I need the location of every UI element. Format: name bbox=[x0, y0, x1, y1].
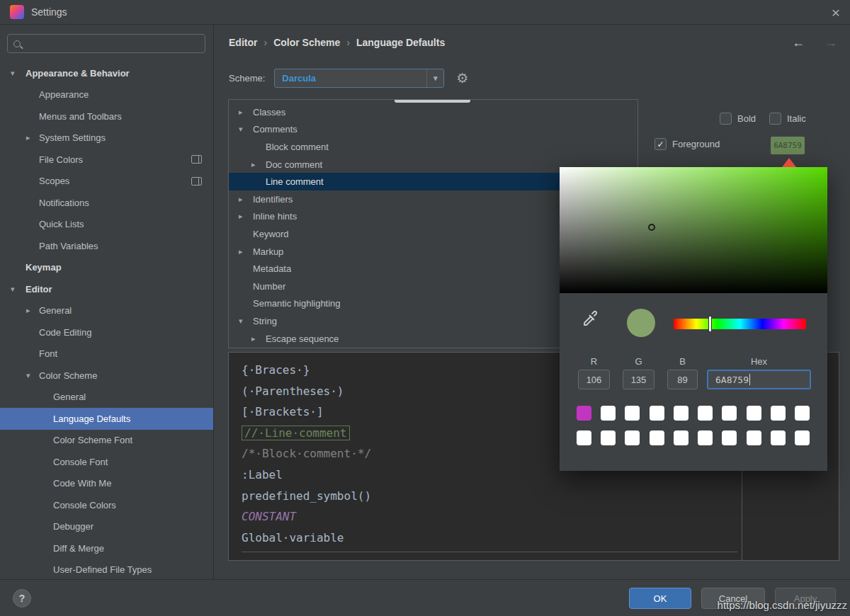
sidebar-item-code-with-me[interactable]: Code With Me bbox=[0, 473, 213, 495]
chevron-down-icon[interactable]: ▾ bbox=[11, 285, 15, 294]
b-input[interactable]: 89 bbox=[667, 370, 698, 389]
preview-line[interactable]: CONSTANT bbox=[242, 506, 839, 527]
chevron-right-icon[interactable]: ▸ bbox=[239, 195, 243, 204]
sidebar-item-language-defaults[interactable]: Language Defaults bbox=[0, 408, 213, 430]
foreground-color-swatch[interactable]: 6A8759 bbox=[771, 137, 805, 154]
palette-swatch[interactable] bbox=[625, 406, 640, 421]
chevron-right-icon[interactable]: ▸ bbox=[239, 247, 243, 256]
chevron-right-icon[interactable]: ▸ bbox=[239, 108, 243, 117]
hue-slider[interactable] bbox=[674, 319, 806, 329]
sidebar-item-debugger[interactable]: Debugger bbox=[0, 516, 213, 538]
chevron-down-icon[interactable]: ▾ bbox=[26, 371, 30, 380]
sidebar-item-system-settings[interactable]: ▸System Settings bbox=[0, 127, 213, 149]
chevron-down-icon[interactable]: ▾ bbox=[11, 69, 15, 78]
tree-item-block-comment[interactable]: Block comment bbox=[229, 138, 638, 156]
tree-item-label: Line comment bbox=[266, 176, 324, 187]
sidebar-item-console-colors[interactable]: Console Colors bbox=[0, 494, 213, 516]
sidebar-item-color-scheme-font[interactable]: Color Scheme Font bbox=[0, 430, 213, 452]
search-box[interactable] bbox=[7, 34, 205, 53]
palette-swatch[interactable] bbox=[698, 406, 713, 421]
palette-swatch[interactable] bbox=[601, 406, 616, 421]
sidebar-item-console-font[interactable]: Console Font bbox=[0, 451, 213, 473]
palette-swatch[interactable] bbox=[650, 430, 664, 445]
eyedropper-icon[interactable] bbox=[581, 310, 599, 329]
palette-swatch[interactable] bbox=[577, 430, 591, 445]
palette-swatch[interactable] bbox=[747, 430, 761, 445]
sidebar-item-label: Color Scheme Font bbox=[53, 435, 132, 445]
g-label: G bbox=[623, 356, 654, 367]
back-arrow-icon[interactable]: ← bbox=[792, 35, 805, 50]
chevron-right-icon[interactable]: ▸ bbox=[26, 133, 30, 142]
sidebar-item-code-editing[interactable]: Code Editing bbox=[0, 321, 213, 343]
sidebar-item-label: Console Colors bbox=[53, 500, 116, 511]
palette-swatch[interactable] bbox=[771, 406, 786, 421]
hue-slider-handle[interactable] bbox=[708, 316, 712, 332]
help-button[interactable]: ? bbox=[13, 589, 31, 608]
sidebar-item-menus-toolbars[interactable]: Menus and Toolbars bbox=[0, 105, 213, 127]
sidebar-item-quick-lists[interactable]: Quick Lists bbox=[0, 214, 213, 236]
chevron-down-icon[interactable]: ▾ bbox=[239, 125, 243, 134]
sidebar-item-diff-merge[interactable]: Diff & Merge bbox=[0, 537, 213, 559]
panel-icon bbox=[191, 155, 202, 164]
sidebar-item-appearance[interactable]: Appearance bbox=[0, 84, 213, 106]
sidebar-item-general[interactable]: ▸General bbox=[0, 300, 213, 322]
palette-swatch[interactable] bbox=[650, 406, 664, 421]
preview-line-text: {·Braces·} bbox=[242, 363, 310, 377]
chevron-right-icon[interactable]: ▸ bbox=[26, 306, 30, 315]
ok-button[interactable]: OK bbox=[629, 588, 691, 609]
r-input[interactable]: 106 bbox=[578, 370, 610, 389]
breadcrumb-editor[interactable]: Editor bbox=[229, 37, 257, 48]
palette-swatch[interactable] bbox=[795, 406, 810, 421]
palette-swatch[interactable] bbox=[722, 430, 737, 445]
popup-pointer-arrow bbox=[782, 158, 796, 167]
palette-swatch[interactable] bbox=[674, 406, 688, 421]
breadcrumb-color-scheme[interactable]: Color Scheme bbox=[273, 37, 340, 48]
preview-line[interactable]: Global·variable bbox=[242, 527, 839, 549]
sidebar-item-user-defined-file-types[interactable]: User-Defined File Types bbox=[0, 559, 213, 580]
sidebar-item-appearance-behavior[interactable]: ▾Appearance & Behavior bbox=[0, 62, 213, 84]
palette-swatch[interactable] bbox=[698, 430, 713, 445]
sidebar-item-path-variables[interactable]: Path Variables bbox=[0, 235, 213, 257]
hex-input[interactable]: 6A8759 bbox=[707, 370, 811, 389]
foreground-option: ✓ Foreground bbox=[654, 138, 720, 150]
chevron-down-icon[interactable]: ▾ bbox=[239, 316, 243, 326]
saturation-brightness-gradient[interactable] bbox=[560, 167, 827, 293]
palette-swatch[interactable] bbox=[577, 406, 591, 421]
sidebar-item-color-scheme[interactable]: ▾Color Scheme bbox=[0, 365, 213, 387]
dropdown-arrow-icon[interactable]: ▾ bbox=[426, 69, 443, 87]
sidebar-item-notifications[interactable]: Notifications bbox=[0, 192, 213, 214]
sidebar-item-color-scheme-general[interactable]: General bbox=[0, 387, 213, 409]
palette-swatch[interactable] bbox=[674, 430, 688, 445]
horizontal-scrollbar-thumb[interactable] bbox=[395, 100, 470, 103]
bold-checkbox[interactable] bbox=[720, 113, 732, 125]
sidebar-item-editor[interactable]: ▾Editor bbox=[0, 278, 213, 300]
preview-line[interactable]: predefined_symbol() bbox=[242, 486, 839, 507]
forward-arrow-icon[interactable]: → bbox=[824, 35, 837, 50]
gear-icon[interactable]: ⚙ bbox=[456, 72, 468, 85]
scheme-dropdown[interactable]: Darcula ▾ bbox=[274, 69, 444, 88]
search-input[interactable] bbox=[26, 38, 199, 49]
palette-swatch[interactable] bbox=[747, 406, 761, 421]
palette-swatch[interactable] bbox=[625, 430, 640, 445]
sidebar-item-file-colors[interactable]: File Colors bbox=[0, 149, 213, 171]
preview-line-text: (·Parentheses·) bbox=[242, 384, 344, 398]
palette-swatch[interactable] bbox=[771, 430, 786, 445]
chevron-right-icon[interactable]: ▸ bbox=[251, 334, 256, 343]
sidebar-item-keymap[interactable]: Keymap bbox=[0, 257, 213, 279]
italic-checkbox[interactable] bbox=[769, 113, 781, 125]
tree-item-label: Keyword bbox=[253, 229, 289, 239]
close-icon[interactable]: × bbox=[832, 5, 840, 20]
chevron-right-icon[interactable]: ▸ bbox=[239, 212, 243, 221]
sidebar-item-scopes[interactable]: Scopes bbox=[0, 171, 213, 193]
gradient-cursor[interactable] bbox=[648, 224, 655, 231]
sidebar-item-font[interactable]: Font bbox=[0, 343, 213, 365]
tree-item-classes[interactable]: ▸Classes bbox=[229, 103, 638, 121]
palette-swatch[interactable] bbox=[722, 406, 737, 421]
g-input[interactable]: 135 bbox=[623, 370, 654, 389]
sidebar-item-label: Code Editing bbox=[39, 327, 91, 338]
palette-swatch[interactable] bbox=[795, 430, 810, 445]
tree-item-comments[interactable]: ▾Comments bbox=[229, 121, 638, 139]
foreground-checkbox[interactable]: ✓ bbox=[654, 138, 667, 150]
palette-swatch[interactable] bbox=[601, 430, 616, 445]
chevron-right-icon[interactable]: ▸ bbox=[251, 160, 256, 169]
